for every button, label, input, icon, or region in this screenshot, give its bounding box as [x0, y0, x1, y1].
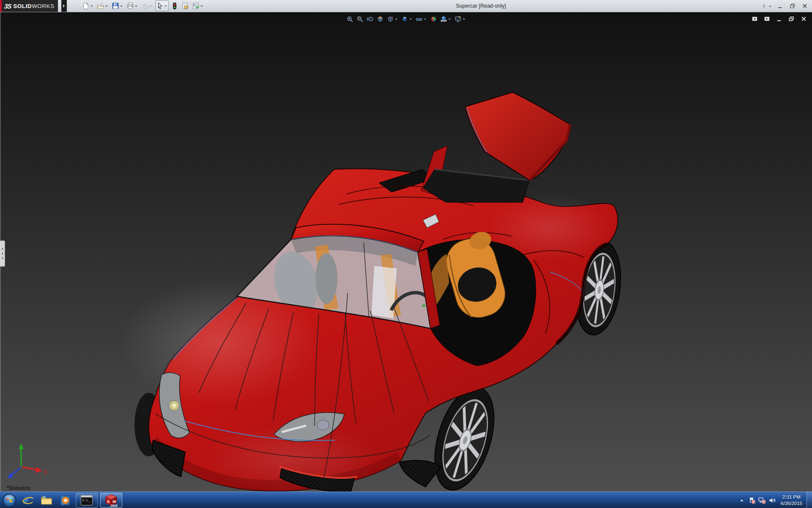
zoom-to-fit-icon — [346, 15, 354, 23]
flag-alert-icon — [748, 497, 756, 504]
previous-view-icon — [366, 15, 374, 23]
hide-show-items-button[interactable] — [414, 14, 428, 24]
rebuild-button[interactable] — [170, 0, 179, 11]
solidworks-2015-icon: S W 2015 — [104, 494, 118, 507]
internet-explorer-button[interactable]: e — [19, 492, 37, 508]
title-bar: 3S SOLIDWORKS Supercar [Read-only] ? — [0, 0, 812, 12]
gullwing-door[interactable] — [421, 92, 570, 202]
dropdown-caret-icon[interactable] — [200, 6, 203, 8]
command-prompt-button[interactable]: C:\_ — [76, 493, 98, 508]
arrow-left-icon — [0, 248, 3, 250]
sw-letter-w: W — [112, 500, 116, 504]
display-style-button[interactable] — [400, 14, 414, 24]
dropdown-caret-icon[interactable] — [135, 6, 137, 8]
view-orientation-label: *Dimetric — [7, 485, 31, 491]
start-button[interactable] — [0, 492, 19, 508]
document-window-controls — [750, 14, 809, 25]
dropdown-caret-icon[interactable] — [448, 19, 451, 21]
chevron-up-icon — [739, 497, 745, 503]
restore-button[interactable] — [788, 1, 798, 12]
options-button[interactable] — [191, 0, 205, 11]
graphics-area[interactable]: X *Dimetric — [0, 12, 812, 491]
document-close-button[interactable] — [799, 14, 809, 25]
section-view-button[interactable] — [376, 14, 385, 24]
orientation-triad[interactable]: X — [4, 440, 48, 480]
view-settings-icon — [454, 15, 462, 23]
brand-accent-bar — [0, 0, 2, 12]
open-button[interactable] — [96, 0, 110, 11]
network-status-button[interactable] — [757, 492, 767, 508]
dropdown-caret-icon[interactable] — [91, 6, 93, 8]
view-orientation-button[interactable] — [386, 14, 399, 24]
internet-explorer-icon: e — [22, 494, 34, 507]
new-document-button[interactable] — [81, 0, 95, 11]
brand-text-works: WORKS — [32, 3, 55, 9]
dropdown-caret-icon[interactable] — [395, 19, 398, 21]
doc-minimize-icon — [776, 15, 783, 23]
solidworks-button[interactable]: S W 2015 — [100, 493, 122, 508]
dropdown-caret-icon[interactable] — [463, 19, 465, 21]
system-tray: 2:31 PM 6/26/2015 — [737, 492, 812, 508]
apply-scene-icon — [440, 15, 447, 23]
print-button[interactable] — [126, 0, 139, 11]
help-button[interactable]: ? — [760, 1, 773, 12]
zoom-to-area-button[interactable] — [355, 14, 365, 24]
display-style-icon — [401, 15, 409, 23]
print-icon — [126, 2, 134, 10]
view-orientation-icon — [387, 15, 394, 23]
view-settings-button[interactable] — [453, 14, 467, 24]
dropdown-caret-icon[interactable] — [769, 6, 771, 8]
dropdown-caret-icon[interactable] — [150, 6, 152, 8]
undo-button[interactable] — [140, 0, 154, 11]
taskbar-clock[interactable]: 2:31 PM 6/26/2015 — [781, 494, 802, 507]
previous-view-button[interactable] — [365, 14, 375, 24]
action-center-button[interactable] — [747, 492, 757, 508]
model-supercar[interactable] — [0, 12, 812, 491]
edit-appearance-icon — [430, 15, 437, 23]
collapse-right-pane-button[interactable] — [763, 14, 772, 25]
doc-close-icon — [800, 15, 808, 23]
zoom-to-fit-button[interactable] — [345, 14, 354, 24]
show-desktop-button[interactable] — [807, 492, 812, 508]
volume-button[interactable] — [767, 492, 777, 508]
rebuild-icon — [171, 2, 178, 10]
dropdown-caret-icon[interactable] — [424, 19, 426, 21]
dropdown-caret-icon[interactable] — [120, 6, 123, 8]
menu-expand-arrow[interactable] — [61, 0, 67, 12]
solidworks-logo[interactable]: 3S SOLIDWORKS — [0, 0, 58, 12]
collapse-left-pane-button[interactable] — [750, 14, 760, 25]
cmd-prompt-text: C:\_ — [82, 498, 91, 502]
dropdown-caret-icon[interactable] — [409, 19, 412, 21]
sw-year-badge: 2015 — [110, 503, 118, 507]
help-icon: ? — [760, 3, 768, 10]
select-icon — [156, 2, 164, 10]
dropdown-caret-icon[interactable] — [165, 6, 167, 8]
svg-text:e: e — [24, 495, 29, 506]
media-player-button[interactable] — [56, 492, 74, 508]
windows-explorer-button[interactable] — [37, 492, 56, 508]
apply-scene-button[interactable] — [439, 14, 453, 24]
arrow-left-icon — [0, 252, 3, 255]
doc-restore-icon — [788, 15, 796, 23]
new-document-icon — [82, 2, 90, 10]
select-button[interactable] — [155, 0, 169, 11]
media-player-icon — [59, 494, 71, 507]
clock-date: 6/26/2015 — [781, 500, 802, 507]
document-minimize-button[interactable] — [775, 14, 784, 25]
dropdown-caret-icon[interactable] — [105, 6, 108, 8]
close-button[interactable] — [801, 1, 810, 12]
minimize-button[interactable] — [776, 1, 785, 12]
save-button[interactable] — [111, 0, 124, 11]
solidworks-3s-icon: 3S — [4, 3, 11, 10]
triad-x-label: X — [44, 469, 47, 475]
folder-icon — [40, 494, 53, 507]
document-restore-button[interactable] — [787, 14, 796, 25]
featuremanager-flyout-tab[interactable] — [0, 240, 5, 267]
hide-show-items-icon — [415, 15, 423, 23]
zoom-to-area-icon — [356, 15, 364, 23]
edit-appearance-button[interactable] — [429, 14, 438, 24]
hidden-icons-button[interactable] — [737, 492, 747, 508]
front-grille-right[interactable] — [399, 461, 441, 487]
file-properties-button[interactable] — [181, 0, 190, 11]
network-disconnected-icon — [758, 497, 766, 504]
